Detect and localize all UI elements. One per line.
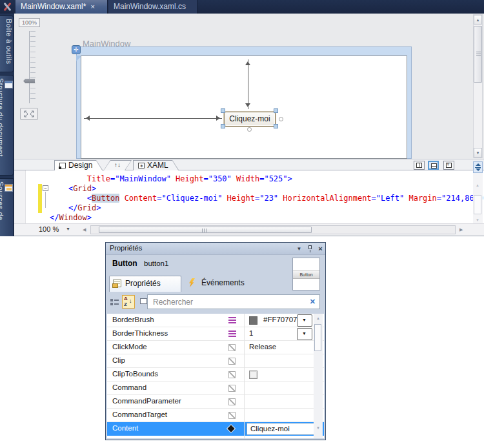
sidebar-item-label: Boîte à outils (5, 19, 13, 65)
scroll-down-icon[interactable]: ▼ (476, 218, 479, 222)
tab-xaml[interactable]: XAML (133, 160, 179, 171)
sidebar-item-document-structure[interactable]: Structure du document (0, 75, 14, 176)
scroll-up-icon[interactable]: ▲ (316, 316, 320, 320)
editor-zoom-value[interactable]: 100 % (39, 225, 59, 233)
tab-label: MainWindow.xaml* (21, 2, 86, 11)
zoom-slider-thumb[interactable] (23, 79, 35, 83)
move-adorner-icon[interactable]: ✛ (72, 45, 81, 54)
property-row-content[interactable]: ContentCliquez-moi (107, 422, 324, 436)
selection-handle-bottom-right[interactable] (274, 124, 278, 128)
properties-title-bar[interactable]: Propriétés ▼ × (106, 243, 325, 255)
sidebar-item-toolbox[interactable]: Boîte à outils (0, 15, 14, 72)
vertical-split-button[interactable] (414, 161, 425, 170)
scrollbar-thumb[interactable] (314, 324, 321, 351)
property-row-borderthickness[interactable]: BorderThickness1▼ (107, 327, 324, 341)
dropdown-button[interactable]: ▼ (297, 328, 312, 340)
editor-vertical-scrollbar[interactable]: ▲ ▼ (473, 170, 483, 223)
categorize-button[interactable] (108, 295, 121, 309)
sidebar-item-data-sources[interactable]: Sources de données (0, 178, 14, 236)
xaml-code-line[interactable]: Title="MainWindow" Height="350" Width="5… (50, 174, 484, 184)
dropdown-button[interactable]: ▼ (297, 314, 312, 327)
design-window-preview[interactable]: ✛ Cliquez-moi (76, 46, 412, 159)
tab-properties[interactable]: Propriétés (109, 276, 181, 292)
property-row-commandparameter[interactable]: CommandParameter (107, 395, 324, 409)
xaml-code-line[interactable]: </Grid> (50, 203, 484, 213)
horizontal-split-button[interactable] (428, 161, 439, 170)
tab-mainwindow-xaml-cs[interactable]: MainWindow.xaml.cs (108, 0, 197, 14)
scroll-right-icon[interactable]: ▶ (459, 227, 463, 232)
property-marker-icon[interactable] (228, 398, 236, 405)
designer-zoom-slider[interactable] (22, 31, 37, 103)
checkbox[interactable] (249, 371, 257, 379)
change-tracking-bar (38, 184, 42, 213)
window-position-icon[interactable]: ▼ (295, 245, 303, 253)
designed-button[interactable]: Cliquez-moi (224, 112, 276, 127)
sidebar-item-label: Structure du document (0, 78, 5, 157)
scroll-up-icon[interactable]: ▲ (476, 183, 479, 187)
tab-events[interactable]: Événements (186, 276, 263, 292)
sidebar-item-label: Sources de données (0, 181, 5, 221)
tab-events-label: Événements (201, 278, 245, 287)
scrollbar-thumb[interactable] (474, 195, 481, 214)
xaml-code-line[interactable]: </Window> (50, 213, 484, 223)
xaml-code-editor[interactable]: − Title="MainWindow" Height="350" Width=… (14, 170, 484, 223)
tab-design[interactable]: Design (54, 160, 103, 171)
tab-mainwindow-xaml[interactable]: MainWindow.xaml*× (15, 0, 108, 14)
toolbox-tools-icon[interactable] (2, 1, 13, 12)
property-value: #FF707070 (263, 316, 301, 323)
scroll-down-icon[interactable]: ▼ (316, 426, 320, 430)
clear-search-icon[interactable]: ✕ (310, 298, 316, 306)
scroll-left-icon[interactable]: ◀ (83, 227, 86, 232)
property-marker-icon[interactable] (228, 344, 236, 351)
property-marker-icon[interactable] (228, 358, 236, 365)
tab-xaml-label: XAML (147, 161, 168, 170)
property-value-cell: 1 (249, 327, 292, 341)
collapse-pane-button[interactable] (443, 161, 454, 170)
property-row-command[interactable]: Command (107, 382, 324, 395)
property-row-commandtarget[interactable]: CommandTarget (107, 409, 324, 422)
grid-scrollbar[interactable]: ▲ ▼ (314, 314, 323, 438)
designer-vertical-scrollbar[interactable]: ▲ ▼ (473, 14, 483, 158)
selection-handle-top-left[interactable] (221, 108, 225, 113)
selection-handle-right[interactable] (279, 117, 283, 121)
property-row-clickmode[interactable]: ClickModeRelease (107, 341, 324, 354)
zoom-dropdown-icon[interactable]: ▼ (66, 227, 70, 231)
splitter-handle[interactable] (473, 161, 483, 173)
selection-handle-top-right[interactable] (274, 108, 278, 113)
scrollbar-thumb[interactable] (99, 227, 312, 233)
fit-to-screen-button[interactable] (20, 108, 38, 120)
property-value-cell (249, 354, 292, 368)
property-row-cliptobounds[interactable]: ClipToBounds (107, 368, 324, 382)
property-row-clip[interactable]: Clip (107, 354, 324, 368)
pin-icon[interactable] (306, 245, 314, 253)
scrollbar-thumb[interactable] (474, 26, 482, 83)
property-value-input[interactable]: Cliquez-moi (247, 423, 315, 435)
property-marker-icon[interactable] (228, 385, 236, 392)
editor-indicator-margin (14, 170, 26, 223)
close-icon[interactable]: × (316, 245, 325, 253)
color-swatch (249, 316, 257, 325)
xaml-code-lines[interactable]: Title="MainWindow" Height="350" Width="5… (50, 174, 484, 223)
selection-handle-bottom-left[interactable] (221, 124, 225, 128)
property-marker-icon[interactable] (228, 331, 236, 337)
scroll-up-button[interactable]: ▲ (474, 15, 482, 25)
sort-alphabetical-button[interactable]: A Z ↓ (122, 295, 135, 309)
property-row-borderbrush[interactable]: BorderBrush#FF707070▼ (107, 314, 324, 327)
property-value-cell (249, 382, 292, 395)
property-marker-icon[interactable] (228, 317, 236, 323)
data-sources-icon (5, 184, 13, 192)
property-marker-icon[interactable] (228, 412, 236, 419)
wpf-designer-surface[interactable]: 100% MainWindow ✛ Cliquez-moi (14, 14, 484, 159)
property-marker-icon[interactable] (227, 425, 234, 432)
selection-handle-bottom[interactable] (247, 127, 252, 132)
search-input[interactable]: Rechercher ✕ (147, 294, 320, 309)
design-window-client-area[interactable]: Cliquez-moi (81, 56, 407, 159)
xaml-code-line[interactable]: <Grid> (50, 184, 484, 194)
scroll-down-button[interactable]: ▼ (474, 148, 482, 158)
xaml-code-line[interactable]: <Button Content="Cliquez-moi" Height="23… (50, 194, 484, 203)
code-fold-toggle[interactable]: − (43, 185, 48, 191)
editor-horizontal-scrollbar[interactable] (90, 225, 456, 234)
swap-panes-button[interactable]: ↑↓ (103, 160, 132, 171)
property-marker-icon[interactable] (228, 371, 236, 378)
close-icon[interactable]: × (90, 3, 94, 10)
